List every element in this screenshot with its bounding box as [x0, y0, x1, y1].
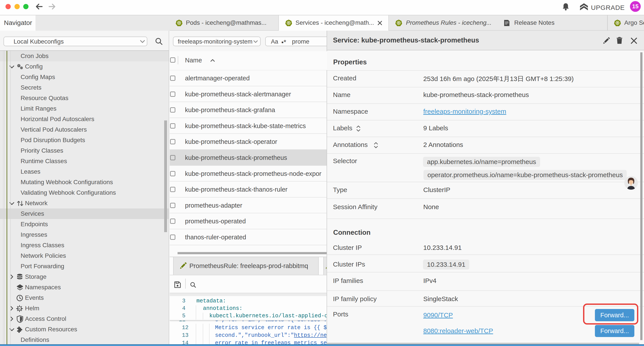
svg-text:HELM: HELM [17, 308, 22, 310]
